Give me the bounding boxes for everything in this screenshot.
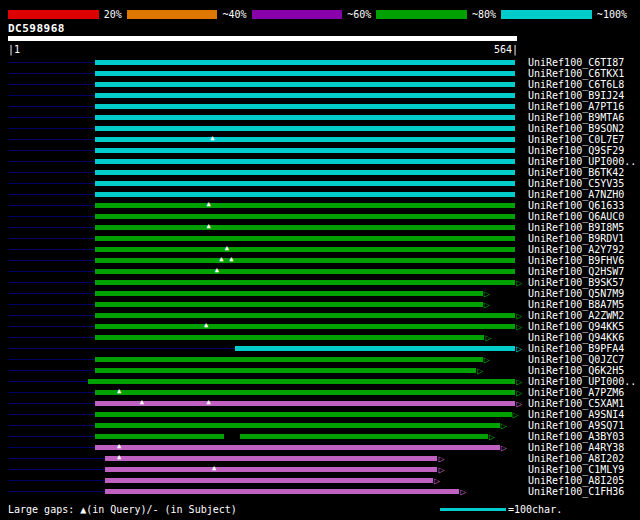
hit-label[interactable]: UniRef100_A3BY03 [528,431,624,442]
hit-label[interactable]: UniRef100_Q9SF29 [528,145,624,156]
hit-label[interactable]: UniRef100_Q2HSW7 [528,266,624,277]
hit-label[interactable]: UniRef100_A4RY38 [528,442,624,453]
hit-bar[interactable] [235,346,515,351]
alignment-row[interactable]: ▷▲UniRef100_C1MLY9 [0,464,640,475]
hit-bar[interactable] [95,192,515,197]
hit-bar[interactable] [95,126,515,131]
hit-label[interactable]: UniRef100_B9I8M5 [528,222,624,233]
alignment-row[interactable]: ▷UniRef100_Q94KK6 [0,332,640,343]
hit-bar[interactable] [95,368,477,373]
hit-bar[interactable] [105,456,438,461]
hit-label[interactable]: UniRef100_Q0JZC7 [528,354,624,365]
alignment-row[interactable]: UniRef100_Q9SF29 [0,145,640,156]
hit-bar[interactable] [95,71,515,76]
alignment-row[interactable]: UniRef100_B9MTA6 [0,112,640,123]
hit-bar[interactable] [95,423,500,428]
alignment-row[interactable]: UniRef100_Q6AUC0 [0,211,640,222]
hit-label[interactable]: UniRef100_Q94KK6 [528,332,624,343]
hit-label[interactable]: UniRef100_A2Y792 [528,244,624,255]
hit-bar[interactable] [88,379,515,384]
hit-bar[interactable] [95,434,224,439]
alignment-row[interactable]: ▷▲▲UniRef100_C5XAM1 [0,398,640,409]
alignment-row[interactable]: ▲UniRef100_C0L7E7 [0,134,640,145]
alignment-row[interactable]: UniRef100_C6TI87 [0,57,640,68]
hit-label[interactable]: UniRef100_C6TKX1 [528,68,624,79]
alignment-row[interactable]: ▷▲UniRef100_A8I202 [0,453,640,464]
hit-bar[interactable] [105,467,438,472]
hit-bar[interactable] [95,302,483,307]
hit-bar[interactable] [95,335,485,340]
alignment-row[interactable]: ▷UniRef100_A2ZWM2 [0,310,640,321]
hit-label[interactable]: UniRef100_A8I202 [528,453,624,464]
hit-label[interactable]: UniRef100_B6TK42 [528,167,624,178]
alignment-row[interactable]: UniRef100_C6T6L8 [0,79,640,90]
hit-bar[interactable] [95,236,515,241]
hit-label[interactable]: UniRef100_C6TI87 [528,57,624,68]
hit-label[interactable]: UniRef100_Q5N7M9 [528,288,624,299]
alignment-row[interactable]: ▷UniRef100_Q5N7M9 [0,288,640,299]
alignment-row[interactable]: ▲UniRef100_A2Y792 [0,244,640,255]
alignment-row[interactable]: ▷UniRef100_UPI000.. [0,376,640,387]
hit-label[interactable]: UniRef100_A8I205 [528,475,624,486]
hit-label[interactable]: UniRef100_UPI000.. [528,156,636,167]
hit-label[interactable]: UniRef100_B9MTA6 [528,112,624,123]
hit-bar[interactable] [95,324,515,329]
hit-bar[interactable] [95,137,515,142]
hit-bar[interactable] [95,148,515,153]
hit-label[interactable]: UniRef100_B8A7M5 [528,299,624,310]
alignment-row[interactable]: UniRef100_UPI000.. [0,156,640,167]
alignment-row[interactable]: UniRef100_B6TK42 [0,167,640,178]
alignment-row[interactable]: UniRef100_A7NZH0 [0,189,640,200]
hit-bar[interactable] [95,313,515,318]
hit-bar[interactable] [95,357,483,362]
hit-bar[interactable] [95,269,515,274]
hit-bar[interactable] [95,159,515,164]
hit-bar[interactable] [240,434,488,439]
hit-label[interactable]: UniRef100_Q94KK5 [528,321,624,332]
alignment-row[interactable]: UniRef100_B9RDV1 [0,233,640,244]
hit-label[interactable]: UniRef100_A9SQ71 [528,420,624,431]
hit-label[interactable]: UniRef100_C6T6L8 [528,79,624,90]
alignment-row[interactable]: ▲▲UniRef100_B9FHV6 [0,255,640,266]
hit-label[interactable]: UniRef100_A9SNI4 [528,409,624,420]
alignment-row[interactable]: UniRef100_C6TKX1 [0,68,640,79]
alignment-row[interactable]: ▷▲UniRef100_A4RY38 [0,442,640,453]
hit-label[interactable]: UniRef100_Q6AUC0 [528,211,624,222]
alignment-row[interactable]: UniRef100_C5YV35 [0,178,640,189]
alignment-row[interactable]: ▲UniRef100_B9I8M5 [0,222,640,233]
alignment-row[interactable]: ▷UniRef100_B9SK57 [0,277,640,288]
hit-label[interactable]: UniRef100_B9IJ24 [528,90,624,101]
hit-bar[interactable] [95,291,483,296]
hit-bar[interactable] [95,115,515,120]
hit-label[interactable]: UniRef100_Q61633 [528,200,624,211]
hit-label[interactable]: UniRef100_C0L7E7 [528,134,624,145]
alignment-row[interactable]: ▷UniRef100_B8A7M5 [0,299,640,310]
alignment-row[interactable]: ▷▲UniRef100_A7PZM6 [0,387,640,398]
hit-bar[interactable] [95,82,515,87]
alignment-row[interactable]: ▲UniRef100_Q2HSW7 [0,266,640,277]
hit-bar[interactable] [95,203,515,208]
hit-label[interactable]: UniRef100_B9PFA4 [528,343,624,354]
hit-bar[interactable] [95,104,515,109]
hit-label[interactable]: UniRef100_Q6K2H5 [528,365,624,376]
hit-label[interactable]: UniRef100_C5XAM1 [528,398,624,409]
hit-bar[interactable] [95,247,515,252]
alignment-row[interactable]: ▷UniRef100_Q6K2H5 [0,365,640,376]
hit-bar[interactable] [95,412,512,417]
hit-label[interactable]: UniRef100_B9FHV6 [528,255,624,266]
hit-bar[interactable] [95,181,515,186]
hit-bar[interactable] [95,225,515,230]
hit-label[interactable]: UniRef100_B9RDV1 [528,233,624,244]
hit-bar[interactable] [95,258,515,263]
hit-label[interactable]: UniRef100_A7PZM6 [528,387,624,398]
hit-label[interactable]: UniRef100_B9SK57 [528,277,624,288]
alignment-row[interactable]: UniRef100_A7PT16 [0,101,640,112]
hit-label[interactable]: UniRef100_UPI000.. [528,376,636,387]
hit-bar[interactable] [105,489,459,494]
hit-label[interactable]: UniRef100_A7NZH0 [528,189,624,200]
alignment-row[interactable]: ▷UniRef100_C1FH36 [0,486,640,497]
hit-label[interactable]: UniRef100_A7PT16 [528,101,624,112]
hit-bar[interactable] [95,60,515,65]
alignment-row[interactable]: UniRef100_B9IJ24 [0,90,640,101]
alignment-row[interactable]: ▷UniRef100_A9SNI4 [0,409,640,420]
